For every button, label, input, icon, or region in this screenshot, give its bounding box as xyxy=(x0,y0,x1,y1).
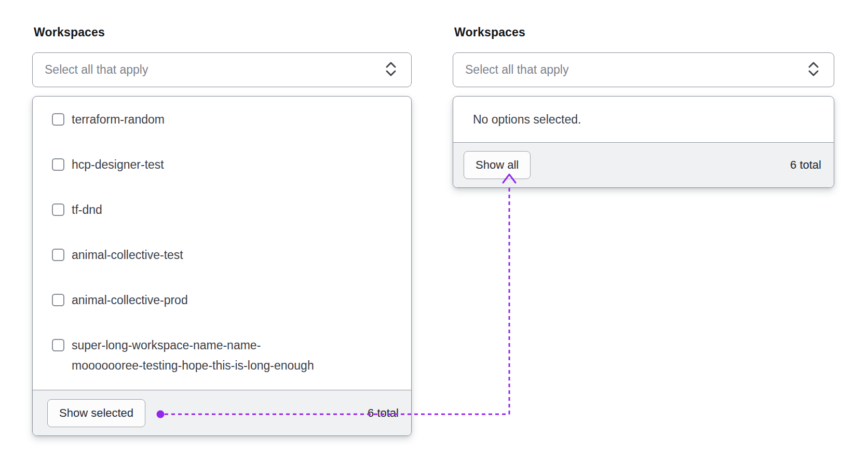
workspaces-label-right: Workspaces xyxy=(454,25,525,39)
option-label: terraform-random xyxy=(72,110,165,130)
no-options-message: No options selected. xyxy=(473,113,581,127)
option-label: hcp-designer-test xyxy=(72,155,164,175)
checkbox[interactable] xyxy=(52,249,64,261)
option-label: tf-dnd xyxy=(72,200,102,220)
panel-footer-right: Show all 6 total xyxy=(453,142,834,187)
select-placeholder-left: Select all that apply xyxy=(45,63,148,77)
option-label: animal-collective-test xyxy=(72,245,183,265)
show-selected-button[interactable]: Show selected xyxy=(47,399,145,427)
caret-updown-icon xyxy=(384,61,398,79)
checkbox[interactable] xyxy=(52,158,64,171)
option-tf-dnd[interactable]: tf-dnd xyxy=(52,200,397,220)
total-count-right: 6 total xyxy=(790,158,821,172)
workspaces-dropdown-panel: terraform-random hcp-designer-test tf-dn… xyxy=(32,96,412,436)
total-count-left: 6 total xyxy=(368,406,399,420)
option-hcp-designer-test[interactable]: hcp-designer-test xyxy=(52,155,397,175)
option-animal-collective-prod[interactable]: animal-collective-prod xyxy=(52,290,397,310)
checkbox[interactable] xyxy=(52,339,64,351)
workspaces-select-trigger-left[interactable]: Select all that apply xyxy=(32,52,412,87)
option-label: animal-collective-prod xyxy=(72,290,188,310)
workspaces-label-left: Workspaces xyxy=(34,25,105,39)
checkbox[interactable] xyxy=(52,203,64,216)
workspaces-select-trigger-right[interactable]: Select all that apply xyxy=(453,52,834,87)
option-label-line1: super-long-workspace-name-name- xyxy=(72,335,314,356)
workspaces-option-list: terraform-random hcp-designer-test tf-dn… xyxy=(33,97,411,390)
selected-options-body: No options selected. xyxy=(453,97,834,142)
option-terraform-random[interactable]: terraform-random xyxy=(52,110,397,130)
caret-updown-icon xyxy=(807,61,820,79)
checkbox[interactable] xyxy=(52,294,64,306)
workspaces-selected-panel: No options selected. Show all 6 total xyxy=(453,96,834,188)
panel-footer-left: Show selected 6 total xyxy=(33,390,411,435)
option-super-long-workspace[interactable]: super-long-workspace-name-name- moooooor… xyxy=(52,335,397,376)
checkbox[interactable] xyxy=(52,113,64,126)
option-label: super-long-workspace-name-name- moooooor… xyxy=(72,335,314,376)
select-placeholder-right: Select all that apply xyxy=(465,63,568,77)
option-label-line2: mooooooree-testing-hope-this-is-long-eno… xyxy=(72,356,314,376)
show-all-button[interactable]: Show all xyxy=(464,151,531,179)
option-animal-collective-test[interactable]: animal-collective-test xyxy=(52,245,397,265)
